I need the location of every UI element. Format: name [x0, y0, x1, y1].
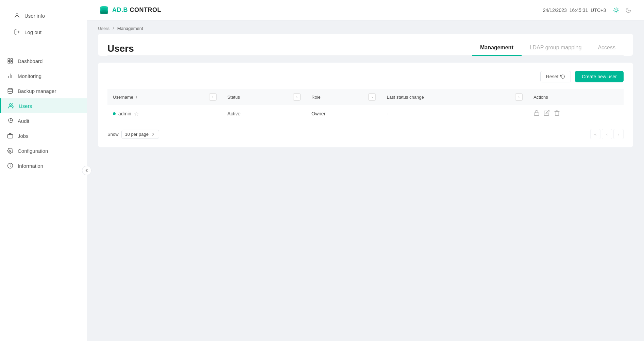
table-footer: Show 10 per page « ‹ ›: [107, 129, 624, 139]
tab-access[interactable]: Access: [590, 42, 624, 56]
svg-rect-4: [8, 62, 10, 63]
sidebar-item-monitoring[interactable]: Monitoring: [0, 68, 87, 83]
sidebar-item-logout[interactable]: Log out: [7, 25, 80, 39]
sidebar-item-backup-manager[interactable]: Backup manager: [0, 83, 87, 98]
svg-point-20: [100, 12, 108, 14]
table-body: admin ☆ Active Owner -: [107, 105, 624, 123]
svg-line-26: [618, 12, 618, 12]
main-content: AD.B CONTROL 24/12/2023 16:45:31 UTC+3 U…: [87, 0, 644, 341]
audit-icon: [7, 117, 14, 124]
sidebar-item-configuration[interactable]: Configuration: [0, 143, 87, 158]
content-area: Users / Management Users Management LDAP…: [87, 20, 644, 341]
delete-action-button[interactable]: [554, 110, 560, 117]
sidebar-spacer: [0, 45, 87, 53]
sidebar-item-jobs[interactable]: Jobs: [0, 128, 87, 143]
column-username[interactable]: Username ↓ ›: [107, 89, 222, 105]
users-icon: [8, 102, 15, 109]
theme-light-button[interactable]: [611, 5, 621, 15]
logo-suffix: CONTROL: [128, 6, 161, 13]
column-last-status-change: Last status change ›: [381, 89, 528, 105]
page-header-card: Users Management LDAP group mapping Acce…: [98, 34, 633, 56]
reset-icon: [560, 74, 565, 79]
per-page-selector[interactable]: 10 per page: [121, 130, 159, 139]
lock-action-button[interactable]: [533, 110, 540, 117]
cell-last-status-change: -: [381, 105, 528, 123]
theme-dark-button[interactable]: [624, 5, 633, 15]
breadcrumb: Users / Management: [98, 20, 633, 34]
sidebar-audit-label: Audit: [18, 118, 29, 124]
jobs-icon: [7, 132, 14, 139]
column-actions-label: Actions: [533, 95, 548, 100]
status-value: Active: [227, 111, 240, 116]
last-status-change-filter-button[interactable]: ›: [515, 93, 523, 101]
sidebar-collapse-button[interactable]: [82, 166, 91, 175]
header-time: 16:45:31: [570, 7, 588, 13]
role-filter-button[interactable]: ›: [368, 93, 376, 101]
column-role-label: Role: [311, 95, 321, 100]
breadcrumb-users[interactable]: Users: [98, 26, 109, 31]
sidebar-item-users[interactable]: Users: [0, 98, 87, 113]
create-new-user-button[interactable]: Create new user: [575, 71, 624, 82]
breadcrumb-separator: /: [113, 26, 115, 31]
svg-line-29: [614, 12, 614, 12]
tab-management[interactable]: Management: [472, 42, 522, 56]
svg-rect-31: [534, 113, 539, 115]
user-star-button[interactable]: ☆: [134, 111, 139, 117]
header-timezone: UTC+3: [591, 7, 606, 13]
svg-point-0: [16, 14, 18, 16]
header-date: 24/12/2023: [543, 7, 567, 13]
username-filter-button[interactable]: ›: [209, 93, 217, 101]
pagination: « ‹ ›: [590, 129, 624, 139]
prev-page-button[interactable]: ‹: [602, 129, 612, 139]
sidebar-jobs-label: Jobs: [18, 133, 29, 139]
svg-point-10: [10, 103, 12, 105]
user-icon: [14, 12, 20, 19]
header: AD.B CONTROL 24/12/2023 16:45:31 UTC+3: [87, 0, 644, 20]
sidebar-backup-label: Backup manager: [18, 88, 56, 94]
sidebar-dashboard-label: Dashboard: [18, 58, 43, 64]
reset-button[interactable]: Reset: [540, 71, 571, 82]
last-status-change-value: -: [387, 111, 388, 116]
column-actions: Actions: [528, 89, 624, 105]
information-icon: [7, 162, 14, 169]
column-last-status-change-label: Last status change: [387, 95, 424, 100]
column-username-label: Username: [113, 95, 133, 100]
sidebar-item-audit[interactable]: Audit: [0, 113, 87, 128]
sidebar-users-label: Users: [19, 103, 32, 109]
svg-point-21: [100, 6, 108, 8]
svg-line-30: [618, 8, 618, 9]
first-page-button[interactable]: «: [590, 129, 600, 139]
svg-point-12: [10, 150, 11, 152]
edit-action-button[interactable]: [544, 110, 550, 117]
tab-ldap-group-mapping[interactable]: LDAP group mapping: [522, 42, 590, 56]
header-datetime: 24/12/2023 16:45:31 UTC+3: [543, 7, 606, 13]
cell-username: admin ☆: [107, 105, 222, 123]
logo-text: AD.B CONTROL: [112, 6, 161, 14]
sidebar: User info Log out Dashboard Monitoring B: [0, 0, 87, 341]
sidebar-item-dashboard[interactable]: Dashboard: [0, 53, 87, 68]
sidebar-user-section: User info Log out: [7, 8, 80, 39]
monitoring-icon: [7, 72, 14, 79]
column-status-label: Status: [227, 95, 240, 100]
status-filter-button[interactable]: ›: [293, 93, 301, 101]
next-page-button[interactable]: ›: [613, 129, 624, 139]
logo-prefix: AD.B: [112, 6, 128, 13]
cell-role: Owner: [306, 105, 381, 123]
username-value: admin: [118, 111, 131, 116]
svg-rect-2: [8, 59, 10, 60]
table-toolbar: Reset Create new user: [107, 71, 624, 82]
create-label: Create new user: [582, 74, 617, 79]
sidebar-item-information[interactable]: Information: [0, 158, 87, 173]
column-status: Status ›: [222, 89, 306, 105]
svg-rect-5: [11, 62, 13, 63]
page-title: Users: [107, 43, 134, 54]
column-role: Role ›: [306, 89, 381, 105]
sidebar-item-user-info[interactable]: User info: [7, 8, 80, 23]
per-page-label: 10 per page: [125, 132, 149, 137]
logo: AD.B CONTROL: [98, 4, 161, 16]
tabs: Management LDAP group mapping Access: [472, 42, 624, 55]
backup-icon: [7, 87, 14, 94]
action-icons: [533, 110, 618, 117]
header-icons: [611, 5, 633, 15]
configuration-icon: [7, 147, 14, 154]
